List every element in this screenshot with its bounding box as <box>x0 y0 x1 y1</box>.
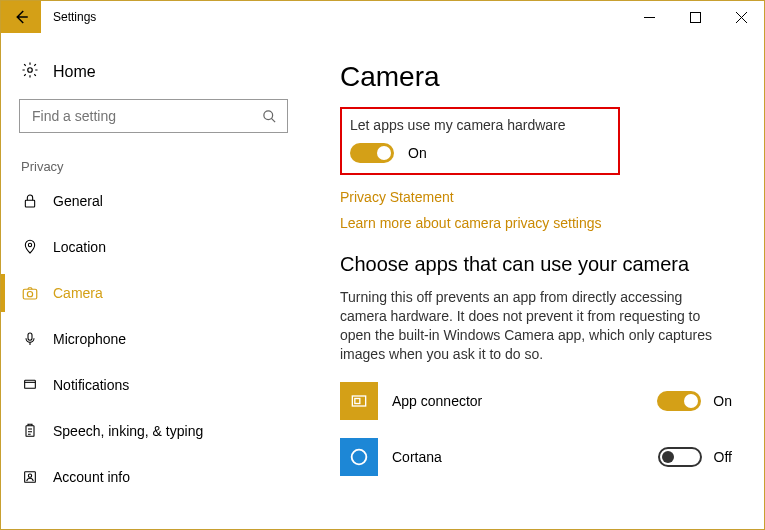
learn-more-link[interactable]: Learn more about camera privacy settings <box>340 215 732 231</box>
microphone-icon <box>21 331 39 347</box>
svg-point-2 <box>264 110 273 119</box>
sidebar-item-label: Notifications <box>53 377 129 393</box>
gear-icon <box>21 61 39 83</box>
section-label: Privacy <box>19 159 288 178</box>
permission-label: Let apps use my camera hardware <box>350 117 610 133</box>
toggle-state-label: Off <box>714 449 732 465</box>
cortana-toggle[interactable] <box>658 447 702 467</box>
back-button[interactable] <box>1 1 41 33</box>
sidebar-item-account[interactable]: Account info <box>19 454 288 500</box>
sidebar-item-location[interactable]: Location <box>19 224 288 270</box>
sidebar-item-label: General <box>53 193 103 209</box>
account-icon <box>21 469 39 485</box>
svg-rect-13 <box>355 398 360 403</box>
sidebar-item-microphone[interactable]: Microphone <box>19 316 288 362</box>
window-title: Settings <box>53 10 96 24</box>
privacy-statement-link[interactable]: Privacy Statement <box>340 189 732 205</box>
search-icon <box>262 109 277 124</box>
search-box[interactable] <box>19 99 288 133</box>
toggle-state-label: On <box>713 393 732 409</box>
choose-apps-desc: Turning this off prevents an app from di… <box>340 288 720 364</box>
svg-point-4 <box>28 243 31 246</box>
app-name: App connector <box>392 393 482 409</box>
cortana-icon <box>340 438 378 476</box>
home-link[interactable]: Home <box>19 55 288 93</box>
main-panel: Camera Let apps use my camera hardware O… <box>306 33 764 529</box>
minimize-icon <box>644 12 655 23</box>
choose-apps-heading: Choose apps that can use your camera <box>340 253 732 276</box>
arrow-left-icon <box>12 8 30 26</box>
notifications-icon <box>21 377 39 393</box>
app-connector-toggle[interactable] <box>657 391 701 411</box>
search-input[interactable] <box>30 107 250 125</box>
app-connector-icon <box>340 382 378 420</box>
svg-rect-7 <box>28 333 32 340</box>
location-icon <box>21 239 39 255</box>
sidebar-item-camera[interactable]: Camera <box>19 270 288 316</box>
app-row: Cortana Off <box>340 438 732 476</box>
sidebar-item-notifications[interactable]: Notifications <box>19 362 288 408</box>
maximize-button[interactable] <box>672 1 718 33</box>
minimize-button[interactable] <box>626 1 672 33</box>
sidebar-item-speech[interactable]: Speech, inking, & typing <box>19 408 288 454</box>
svg-point-1 <box>28 68 33 73</box>
svg-rect-0 <box>690 12 700 22</box>
sidebar-item-label: Location <box>53 239 106 255</box>
home-label: Home <box>53 63 96 81</box>
lock-icon <box>21 193 39 209</box>
titlebar: Settings <box>1 1 764 33</box>
sidebar-item-label: Account info <box>53 469 130 485</box>
svg-rect-5 <box>23 289 37 299</box>
camera-icon <box>21 284 39 302</box>
sidebar: Home Privacy General Location Camera Mic… <box>1 33 306 529</box>
svg-point-6 <box>27 292 32 297</box>
sidebar-item-label: Camera <box>53 285 103 301</box>
highlight-box: Let apps use my camera hardware On <box>340 107 620 175</box>
app-row: App connector On <box>340 382 732 420</box>
sidebar-item-label: Microphone <box>53 331 126 347</box>
app-name: Cortana <box>392 449 442 465</box>
camera-permission-toggle[interactable] <box>350 143 394 163</box>
close-button[interactable] <box>718 1 764 33</box>
svg-rect-8 <box>25 380 36 388</box>
sidebar-item-general[interactable]: General <box>19 178 288 224</box>
svg-point-11 <box>28 474 31 477</box>
maximize-icon <box>690 12 701 23</box>
clipboard-icon <box>21 423 39 439</box>
svg-rect-3 <box>25 200 34 207</box>
close-icon <box>736 12 747 23</box>
svg-point-14 <box>352 449 367 464</box>
page-title: Camera <box>340 61 732 93</box>
sidebar-item-label: Speech, inking, & typing <box>53 423 203 439</box>
toggle-state-label: On <box>408 145 427 161</box>
window-controls <box>626 1 764 33</box>
